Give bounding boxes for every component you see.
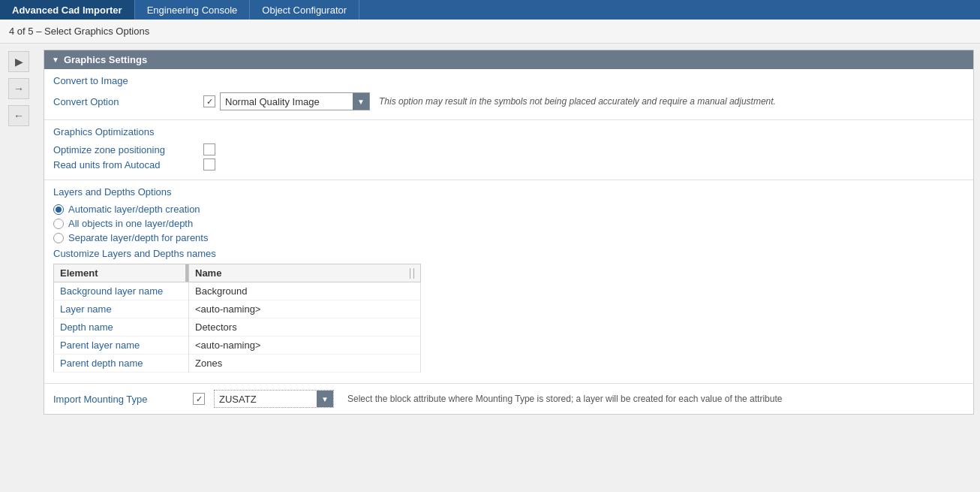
separate-layer-label: Separate layer/depth for parents — [68, 232, 208, 243]
auto-layer-row: Automatic layer/depth creation — [53, 204, 964, 215]
col-resize-handle-1[interactable] — [185, 264, 188, 282]
element-cell: Parent layer name — [54, 337, 189, 355]
all-objects-radio[interactable] — [53, 219, 64, 229]
convert-option-row: Convert Option Normal Quality Image ▼ Th… — [53, 92, 964, 110]
arrow-right-btn[interactable]: → — [8, 78, 29, 99]
layers-depths-section: Layers and Depths Options Automatic laye… — [44, 180, 973, 384]
name-cell: <auto-naming> — [189, 300, 421, 318]
optimize-zone-label: Optimize zone positioning — [53, 144, 203, 155]
col-name-header: Name — [189, 264, 421, 282]
top-nav-bar: Advanced Cad Importer Engineering Consol… — [0, 0, 980, 20]
convert-to-image-title: Convert to Image — [53, 75, 964, 86]
nav-tab-engineering-console[interactable]: Engineering Console — [135, 0, 251, 20]
sidebar-arrows: ▶ → ← — [0, 44, 38, 492]
main-layout: ▶ → ← ▼ Graphics Settings Convert to Ima… — [0, 44, 980, 492]
read-units-label: Read units from Autocad — [53, 159, 203, 171]
layers-depths-title: Layers and Depths Options — [53, 186, 964, 198]
nav-tab-advanced-cad[interactable]: Advanced Cad Importer — [0, 0, 135, 20]
element-cell: Parent depth name — [54, 355, 189, 373]
convert-option-dropdown-arrow[interactable]: ▼ — [353, 93, 369, 110]
element-cell: Background layer name — [54, 282, 189, 300]
import-mounting-value: ZUSATZ — [215, 394, 317, 405]
convert-option-checkbox[interactable] — [203, 95, 215, 107]
element-cell: Layer name — [54, 300, 189, 318]
auto-layer-radio[interactable] — [53, 204, 64, 215]
arrow-forward-btn[interactable]: ▶ — [8, 51, 29, 72]
import-mounting-dropdown-arrow[interactable]: ▼ — [317, 391, 333, 407]
import-mounting-label: Import Mounting Type — [53, 394, 188, 405]
nav-tab-object-configurator[interactable]: Object Configurator — [250, 0, 359, 20]
element-cell: Depth name — [54, 318, 189, 337]
names-table: Element Name — [53, 264, 421, 373]
convert-option-hint: This option may result in the symbols no… — [379, 96, 776, 107]
name-cell: Zones — [189, 355, 421, 373]
separate-layer-row: Separate layer/depth for parents — [53, 232, 964, 243]
all-objects-label: All objects in one layer/depth — [68, 218, 193, 229]
col-element-header: Element — [54, 264, 189, 282]
optimize-zone-row: Optimize zone positioning — [53, 143, 964, 155]
convert-option-dropdown[interactable]: Normal Quality Image ▼ — [220, 92, 370, 110]
panel-body: Convert to Image Convert Option Normal Q… — [44, 69, 973, 414]
import-mounting-checkbox[interactable] — [193, 393, 205, 405]
convert-option-label: Convert Option — [53, 96, 203, 107]
convert-to-image-section: Convert to Image Convert Option Normal Q… — [44, 69, 973, 120]
import-mounting-row: Import Mounting Type ZUSATZ ▼ Select the… — [44, 384, 973, 414]
import-mounting-hint: Select the block attribute where Mountin… — [347, 394, 782, 404]
table-row: Depth name Detectors — [54, 318, 421, 337]
table-row: Parent depth name Zones — [54, 355, 421, 373]
table-row: Background layer name Background — [54, 282, 421, 300]
names-table-body: Background layer name Background Layer n… — [54, 282, 421, 373]
graphics-settings-panel: ▼ Graphics Settings Convert to Image Con… — [44, 50, 974, 415]
auto-layer-label: Automatic layer/depth creation — [68, 204, 200, 215]
breadcrumb: 4 of 5 – Select Graphics Options — [0, 20, 980, 44]
panel-header: ▼ Graphics Settings — [44, 50, 973, 69]
graphics-optimizations-title: Graphics Optimizations — [53, 126, 964, 137]
import-mounting-dropdown[interactable]: ZUSATZ ▼ — [214, 390, 334, 408]
name-cell: Detectors — [189, 318, 421, 337]
arrow-left-btn[interactable]: ← — [8, 105, 29, 126]
separate-layer-radio[interactable] — [53, 233, 64, 243]
table-row: Parent layer name <auto-naming> — [54, 337, 421, 355]
graphics-optimizations-section: Graphics Optimizations Optimize zone pos… — [44, 120, 973, 180]
customize-label: Customize Layers and Depths names — [53, 248, 964, 259]
all-objects-row: All objects in one layer/depth — [53, 218, 964, 229]
read-units-row: Read units from Autocad — [53, 158, 964, 171]
collapse-icon: ▼ — [52, 56, 59, 64]
table-row: Layer name <auto-naming> — [54, 300, 421, 318]
read-units-checkbox[interactable] — [203, 158, 215, 171]
optimize-zone-checkbox[interactable] — [203, 143, 215, 155]
content-area: ▼ Graphics Settings Convert to Image Con… — [38, 44, 980, 492]
convert-option-value: Normal Quality Image — [221, 96, 353, 107]
name-cell: Background — [189, 282, 421, 300]
name-cell: <auto-naming> — [189, 337, 421, 355]
